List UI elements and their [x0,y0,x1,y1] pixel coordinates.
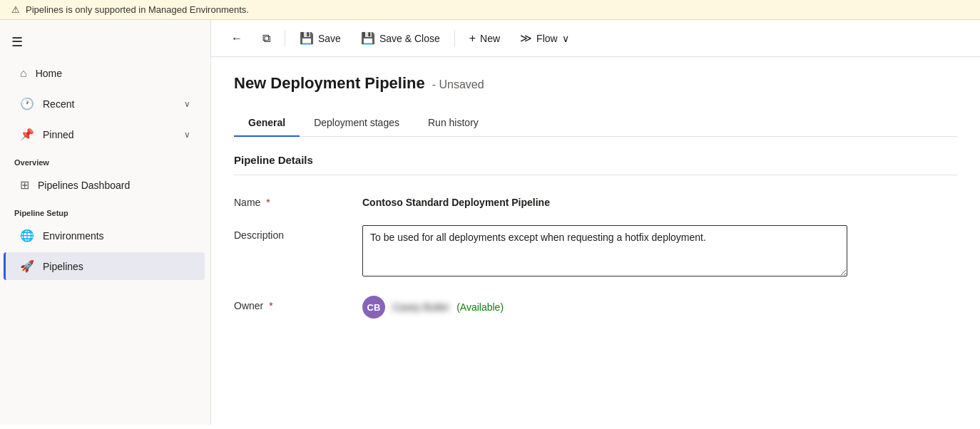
pipeline-details-card: Pipeline Details Name * Contoso Standard… [234,154,957,319]
overview-section-title: Overview [0,150,210,170]
hamburger-menu[interactable]: ☰ [0,26,210,58]
window-icon: ⧉ [262,32,270,45]
chevron-down-icon: ∨ [184,130,190,140]
window-button[interactable]: ⧉ [254,28,279,49]
description-textarea-wrapper: To be used for all deployments except wh… [362,225,957,279]
save-label: Save [318,33,341,44]
avatar: CB [362,296,385,319]
save-close-button[interactable]: 💾 Save & Close [352,27,449,49]
save-close-icon: 💾 [361,31,375,45]
required-indicator: * [266,197,270,208]
tab-deployment-stages[interactable]: Deployment stages [300,110,414,137]
dashboard-icon: ⊞ [20,178,29,192]
name-value: Contoso Standard Deployment Pipeline [362,192,957,208]
section-title: Pipeline Details [234,154,957,175]
pipelines-icon: 🚀 [20,259,34,273]
page-title: New Deployment Pipeline [234,74,425,93]
description-textarea[interactable]: To be used for all deployments except wh… [362,225,847,276]
flow-label: Flow [536,33,558,44]
description-field-row: Description To be used for all deploymen… [234,225,957,279]
content-area: New Deployment Pipeline - Unsaved Genera… [211,57,980,425]
sidebar-item-label: Environments [43,230,104,242]
owner-info: CB Casey Butler (Available) [362,296,504,319]
new-button[interactable]: + New [461,28,509,49]
new-label: New [480,33,500,44]
save-icon: 💾 [300,31,314,45]
tab-general[interactable]: General [234,110,300,137]
page-title-row: New Deployment Pipeline - Unsaved [234,74,957,93]
main-content: ← ⧉ 💾 Save 💾 Save & Close + New ≫ Flow [211,20,980,425]
sidebar-item-home[interactable]: ⌂ Home [6,60,205,87]
sidebar-item-label: Pinned [43,129,74,140]
back-button[interactable]: ← [223,28,251,49]
tabs: General Deployment stages Run history [234,110,957,137]
separator [454,30,455,47]
back-arrow-icon: ← [231,32,243,45]
pin-icon: 📌 [20,128,34,141]
owner-field-row: Owner * CB Casey Butler (Available) [234,296,957,319]
toolbar: ← ⧉ 💾 Save 💾 Save & Close + New ≫ Flow [211,20,980,57]
save-close-label: Save & Close [379,33,440,44]
separator [285,30,285,47]
owner-label: Owner * [234,296,362,311]
managed-environments-banner: ⚠ Pipelines is only supported in Managed… [0,0,980,20]
sidebar-item-pinned[interactable]: 📌 Pinned ∨ [6,120,205,148]
recent-icon: 🕐 [20,97,34,110]
sidebar-item-environments[interactable]: 🌐 Environments [6,222,205,249]
chevron-down-icon: ∨ [184,99,190,109]
sidebar-item-recent[interactable]: 🕐 Recent ∨ [6,90,205,118]
owner-name: Casey Butler [392,301,449,313]
sidebar-item-label: Home [36,68,62,79]
globe-icon: 🌐 [20,229,34,242]
home-icon: ⌂ [20,67,27,80]
description-label: Description [234,225,362,241]
sidebar-item-label: Pipelines Dashboard [38,180,130,191]
flow-icon: ≫ [520,31,532,45]
flow-button[interactable]: ≫ Flow ∨ [511,27,578,49]
sidebar-item-pipelines-dashboard[interactable]: ⊞ Pipelines Dashboard [6,171,205,199]
sidebar-item-label: Recent [43,98,74,110]
sidebar-item-label: Pipelines [43,261,83,272]
plus-icon: + [469,32,476,45]
page-subtitle: - Unsaved [432,78,484,91]
warning-icon: ⚠ [11,4,20,15]
sidebar: ☰ ⌂ Home 🕐 Recent ∨ 📌 Pinned ∨ Overview … [0,20,211,425]
sidebar-item-pipelines[interactable]: 🚀 Pipelines [4,252,205,280]
tab-run-history[interactable]: Run history [414,110,493,137]
save-button[interactable]: 💾 Save [291,27,349,49]
name-label: Name * [234,192,362,208]
required-indicator: * [269,300,272,311]
owner-status: (Available) [456,301,504,313]
name-field-row: Name * Contoso Standard Deployment Pipel… [234,192,957,208]
chevron-down-icon: ∨ [562,33,569,44]
banner-message: Pipelines is only supported in Managed E… [26,4,249,15]
pipeline-setup-section-title: Pipeline Setup [0,200,210,220]
